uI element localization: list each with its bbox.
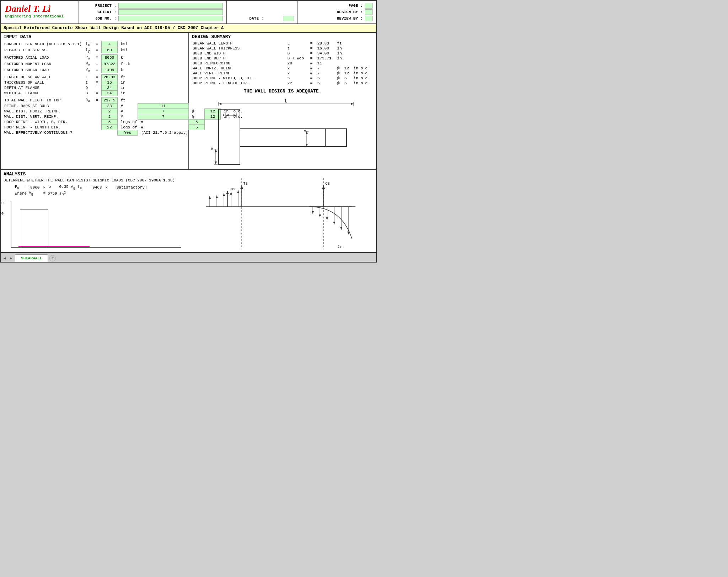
- table-row: where Ag = 6759 in2.: [15, 191, 153, 196]
- designby-value[interactable]: [365, 9, 373, 15]
- chart-line: [18, 246, 90, 247]
- hoop-width-legs[interactable]: 5: [101, 120, 117, 125]
- vert-reinf-count[interactable]: 2: [101, 114, 117, 120]
- horiz-reinf-size[interactable]: 7: [138, 109, 189, 114]
- ds-wall-thickness-val: 16.00: [317, 46, 334, 51]
- designby-label: DESIGN BY :: [301, 9, 364, 15]
- wall-length-unit: ft: [117, 74, 138, 80]
- header-date-area: DATE :: [227, 1, 298, 23]
- reviewby-value[interactable]: [365, 16, 373, 21]
- pu-unit: k: [43, 185, 46, 190]
- axial-load-unit: k: [117, 55, 138, 61]
- hoop-width-label: HOOP REINF - WIDTH, B, DIR.: [4, 120, 82, 125]
- svg-marker-54: [340, 227, 342, 230]
- concrete-strength-value[interactable]: 4: [101, 41, 117, 47]
- ds-horiz-reinf-unit: in o.c.: [350, 66, 373, 71]
- svg-marker-9: [234, 114, 236, 116]
- horiz-reinf-label: WALL DIST. HORIZ. REINF.: [4, 109, 82, 114]
- ds-bulb-depth-sym: D + Web: [284, 56, 307, 61]
- wall-thickness-value[interactable]: 16: [101, 80, 117, 85]
- bars-bulb-label: REINF. BARS AT BULB: [4, 104, 82, 109]
- tab-shearwall[interactable]: SHEARWALL: [15, 254, 48, 262]
- moment-load-value[interactable]: 87822: [101, 61, 117, 67]
- ds-vert-reinf-val2: 7: [317, 71, 334, 76]
- ds-horiz-reinf-at: @: [334, 66, 344, 71]
- continuous-value[interactable]: Yes: [117, 130, 138, 136]
- concrete-strength-unit: ksi: [117, 41, 138, 47]
- client-value[interactable]: [118, 9, 223, 15]
- ds-hoop-length-val2: 5: [317, 81, 334, 86]
- ds-bulb-reinf-hash: #: [307, 61, 317, 66]
- bar-chart-area: 20000 15000: [11, 201, 192, 248]
- ds-wall-length-unit: ft: [334, 41, 344, 46]
- project-value[interactable]: [118, 3, 223, 9]
- ds-bulb-width-val: 34.00: [317, 51, 334, 56]
- hoop-width-legs-label: legs of: [117, 120, 138, 125]
- ds-bulb-depth-val: 173.71: [317, 56, 334, 61]
- wall-height-label: TOTAL WALL HEIGHT TO TOP: [4, 97, 82, 103]
- page-label: PAGE :: [301, 3, 364, 9]
- svg-marker-14: [306, 144, 308, 147]
- depth-flange-unit: in: [117, 85, 138, 90]
- analysis-calc-table: Pu = 8060 k < 0.35 Ag fc' = 9463 k [Sati…: [14, 184, 154, 197]
- svg-marker-52: [333, 222, 335, 224]
- svg-marker-28: [240, 185, 243, 189]
- chart-bar: [20, 210, 48, 247]
- svg-marker-38: [230, 192, 232, 195]
- bars-bulb-hash: #: [117, 104, 138, 109]
- continuous-label: WALL EFFECTIVELY CONTINUOUS ?: [4, 130, 82, 136]
- diagram-B-label: B: [211, 147, 213, 151]
- ds-hoop-width-val2: 5: [317, 76, 334, 81]
- shear-load-eq: =: [93, 67, 101, 73]
- tab-prev-arrow[interactable]: ◀: [2, 255, 7, 261]
- pu-val: 8060: [27, 185, 42, 190]
- date-label: DATE :: [230, 16, 282, 21]
- ds-hoop-width-at: @: [334, 76, 344, 81]
- reviewby-label: REVIEW BY :: [301, 16, 364, 21]
- bars-bulb-size[interactable]: 11: [138, 104, 189, 109]
- bars-bulb-count[interactable]: 28: [101, 104, 117, 109]
- horiz-reinf-count[interactable]: 2: [101, 109, 117, 114]
- ag-val: 6759: [46, 191, 58, 196]
- hoop-length-hash: #: [138, 125, 189, 130]
- wall-length-value[interactable]: 28.83: [101, 74, 117, 80]
- page-value[interactable]: [365, 3, 373, 9]
- moment-load-eq: =: [93, 61, 101, 67]
- width-flange-value[interactable]: 34: [101, 90, 117, 96]
- hoop-length-legs-label: legs of: [117, 125, 138, 130]
- concrete-strength-label: CONCRETE STRENGTH (ACI 318 5.1.1): [4, 41, 82, 47]
- jobno-value[interactable]: [118, 16, 223, 21]
- wall-height-eq: =: [93, 97, 101, 103]
- axial-load-value[interactable]: 8060: [101, 55, 117, 61]
- svg-marker-4: [351, 103, 354, 105]
- tab-next-arrow[interactable]: ▶: [9, 255, 14, 261]
- spreadsheet-container: Daniel T. Li Engineering International P…: [0, 0, 377, 263]
- shear-load-value[interactable]: 1404: [101, 67, 117, 73]
- wall-length-symbol: L: [82, 74, 93, 80]
- depth-flange-value[interactable]: 34: [101, 85, 117, 90]
- result-unit: k: [105, 185, 108, 190]
- vert-reinf-size[interactable]: 7: [138, 114, 189, 120]
- analysis-title: ANALYSIS: [4, 171, 373, 177]
- table-row: SHEAR WALL LENGTH L = 28.83 ft: [192, 41, 373, 46]
- ts-label: Ts: [243, 181, 248, 186]
- wall-height-unit: ft: [117, 97, 138, 103]
- ds-bulb-width-unit: in: [334, 51, 344, 56]
- rebar-yield-value[interactable]: 60: [101, 47, 117, 53]
- hoop-length-label: HOOP REINF - LENGTH DIR.: [4, 125, 82, 130]
- ds-horiz-reinf-val2: 7: [317, 66, 334, 71]
- ds-bulb-depth-eq: =: [307, 56, 317, 61]
- hoop-length-legs[interactable]: 22: [101, 125, 117, 130]
- wall-thickness-eq: =: [93, 80, 101, 85]
- ds-hoop-width-val1: 5: [284, 76, 307, 81]
- moment-load-label: FACTORED MOMENT LOAD: [4, 61, 82, 67]
- ds-hoop-width-spacing: 6: [344, 76, 350, 81]
- concrete-strength-eq: =: [93, 41, 101, 47]
- table-row: WALL HORIZ. REINF 2 # 7 @ 12 in o.c.: [192, 66, 373, 71]
- tab-add-button[interactable]: +: [49, 255, 56, 261]
- continuous-note: (ACI 21.7.6.2 apply): [138, 130, 189, 136]
- lt-symbol: <: [46, 185, 58, 190]
- wall-height-value[interactable]: 237.5: [101, 97, 117, 103]
- svg-marker-56: [347, 232, 349, 234]
- date-value[interactable]: [283, 16, 294, 21]
